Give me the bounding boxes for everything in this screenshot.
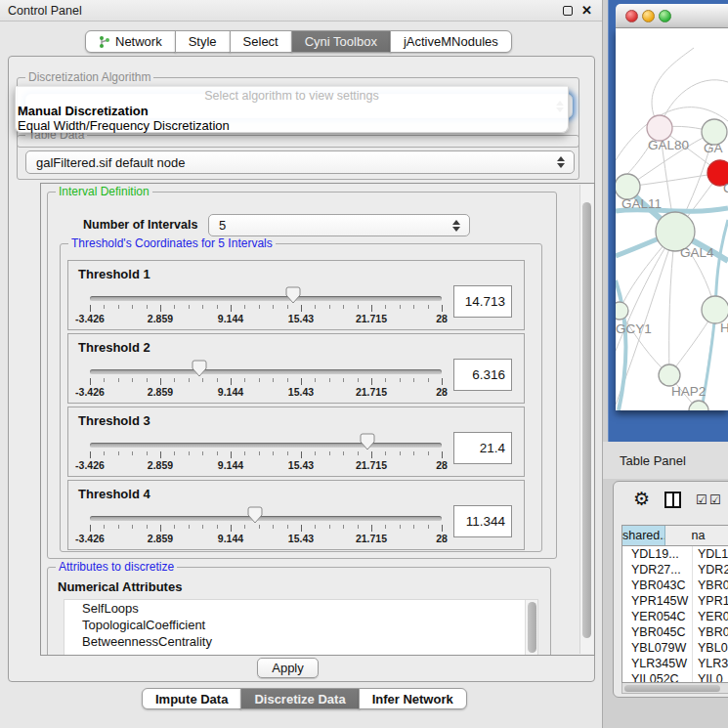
tab-cyni-toolbox[interactable]: Cyni Toolbox [291, 30, 391, 53]
cell-name[interactable]: YER0 [693, 609, 728, 624]
cell-shared-name[interactable]: YBL079W [622, 640, 693, 656]
slider-scale-labels: -3.4262.8599.14415.4321.71528 [90, 459, 442, 473]
tab-impute-data[interactable]: Impute Data [142, 688, 241, 709]
cell-name[interactable]: YBL0 [693, 640, 728, 656]
list-scrollbar-thumb[interactable] [528, 602, 536, 653]
attribute-item[interactable]: TopologicalCoefficient [64, 617, 537, 633]
thresholds-coordinates-title: Threshold's Coordinates for 5 Intervals [68, 236, 276, 250]
slider-track[interactable] [90, 443, 442, 448]
network-node[interactable] [616, 302, 628, 320]
cell-name[interactable]: YPR1 [693, 593, 728, 609]
network-window-titlebar[interactable] [616, 4, 728, 28]
threshold-slider[interactable]: -3.4262.8599.14415.4321.71528 [90, 261, 442, 331]
table-panel-header: Table Panel [603, 442, 728, 479]
slider-thumb[interactable] [192, 360, 207, 377]
threshold-value-input[interactable]: 14.713 [453, 285, 512, 318]
slider-track[interactable] [90, 516, 442, 521]
cell-name[interactable]: YIL0 [693, 671, 728, 683]
close-traffic-light[interactable] [625, 10, 638, 22]
panel-scrollbar[interactable] [579, 185, 593, 654]
tab-infer-network-label: Infer Network [372, 692, 453, 707]
cell-name[interactable]: YBR0 [693, 578, 728, 593]
threshold-panel: Threshold 3 -3.4262.8599.14415.4321.7152… [67, 407, 525, 477]
table-row[interactable]: YDR27...YDR2 [622, 562, 728, 578]
cell-name[interactable]: YBR0 [693, 624, 728, 640]
zoom-traffic-light[interactable] [659, 10, 671, 22]
threshold-value-input[interactable]: 21.4 [453, 432, 512, 464]
threshold-panel: Threshold 4 -3.4262.8599.14415.4321.7152… [67, 480, 525, 550]
slider-thumb[interactable] [247, 506, 263, 524]
table-data-combobox[interactable]: galFiltered.sif default node [25, 150, 575, 174]
cell-shared-name[interactable]: YDL19... [622, 546, 693, 562]
cell-shared-name[interactable]: YPR145W [622, 593, 693, 609]
tick-label: 15.43 [288, 459, 314, 471]
table-row[interactable]: YBL079WYBL0 [622, 640, 728, 656]
network-node-label: GAL4 [680, 245, 714, 260]
table-row[interactable]: YDL19...YDL1 [622, 546, 728, 562]
slider-thumb[interactable] [285, 286, 301, 304]
network-node[interactable] [702, 296, 728, 323]
tab-select[interactable]: Select [230, 30, 292, 53]
number-of-intervals-combobox[interactable]: 5 [208, 214, 470, 236]
slider-major-ticks [90, 525, 443, 532]
tab-cyni-toolbox-label: Cyni Toolbox [305, 34, 377, 49]
network-canvas[interactable]: GAL80GACGAL11GAL4GCY1HHAP2 [616, 28, 728, 410]
tick-label: 2.859 [148, 313, 173, 324]
dropdown-option-manual[interactable]: Manual Discretization [18, 104, 149, 118]
threshold-slider[interactable]: -3.4262.8599.14415.4321.71528 [90, 407, 442, 478]
tab-infer-network[interactable]: Infer Network [359, 688, 467, 709]
tab-network[interactable]: Network [85, 30, 176, 53]
dropdown-option-equal-width[interactable]: Equal Width/Frequency Discretization [18, 118, 230, 133]
cell-shared-name[interactable]: YBR045C [622, 624, 693, 640]
network-node[interactable] [659, 364, 680, 386]
table-row[interactable]: YIL052CYIL0 [622, 671, 728, 683]
table-row[interactable]: YPR145WYPR1 [622, 593, 728, 609]
apply-button[interactable]: Apply [257, 658, 319, 678]
gear-icon[interactable]: ⚙ [633, 488, 650, 510]
table-panel: ⚙ ☑ ☑ shared... na YDL19...YDL1YDR27...Y… [613, 481, 728, 698]
attribute-item[interactable]: BetweennessCentrality [64, 633, 537, 650]
table-horizontal-scrollbar-thumb[interactable] [624, 685, 720, 692]
threshold-value-input[interactable]: 6.316 [453, 359, 512, 391]
table-horizontal-scrollbar[interactable] [621, 683, 728, 694]
tab-style[interactable]: Style [175, 30, 231, 53]
numerical-attributes-list[interactable]: SelfLoopsTopologicalCoefficientBetweenne… [64, 599, 538, 656]
checkbox-icon[interactable]: ☑ [709, 492, 721, 507]
tab-discretize-data[interactable]: Discretize Data [240, 688, 359, 709]
table-body: YDL19...YDL1YDR27...YDR2YBR043CYBR0YPR14… [622, 546, 728, 683]
float-window-icon[interactable] [563, 6, 573, 16]
tab-jactivemnodules[interactable]: jActiveMNodules [390, 30, 512, 53]
threshold-slider[interactable]: -3.4262.8599.14415.4321.71528 [90, 481, 442, 551]
cell-name[interactable]: YDL1 [693, 546, 728, 562]
table-row[interactable]: YER054CYER0 [622, 609, 728, 624]
cell-name[interactable]: YLR3 [693, 656, 728, 671]
minimize-traffic-light[interactable] [642, 10, 655, 22]
number-of-intervals-label: Number of Intervals [83, 218, 197, 232]
attributes-to-discretize-title: Attributes to discretize [56, 560, 177, 574]
slider-track[interactable] [90, 369, 442, 374]
attribute-item[interactable]: SelfLoops [64, 600, 537, 617]
cell-shared-name[interactable]: YBR043C [622, 578, 693, 593]
close-icon[interactable]: ✕ [581, 0, 592, 21]
table-row[interactable]: YBR045CYBR0 [622, 624, 728, 640]
discretization-algorithm-title: Discretization Algorithm [25, 70, 153, 84]
list-scrollbar[interactable] [525, 600, 537, 656]
slider-thumb[interactable] [360, 433, 375, 450]
panel-scrollbar-thumb[interactable] [582, 202, 591, 638]
cell-shared-name[interactable]: YLR345W [622, 656, 693, 671]
cell-shared-name[interactable]: YDR27... [622, 562, 693, 578]
tab-jactivemnodules-label: jActiveMNodules [404, 34, 498, 49]
checkbox-icon[interactable]: ☑ [696, 492, 707, 507]
cell-shared-name[interactable]: YIL052C [622, 671, 693, 683]
table-row[interactable]: YBR043CYBR0 [622, 578, 728, 593]
column-header-shared-name[interactable]: shared... [622, 526, 665, 545]
threshold-slider[interactable]: -3.4262.8599.14415.4321.71528 [90, 334, 442, 405]
column-header-name[interactable]: na [665, 526, 728, 545]
cell-shared-name[interactable]: YER054C [622, 609, 693, 624]
slider-track[interactable] [90, 296, 442, 301]
split-columns-icon[interactable] [664, 492, 681, 508]
cyni-toolbox-content: Discretization Algorithm Select algorith… [8, 56, 595, 682]
threshold-value-input[interactable]: 11.344 [453, 505, 512, 537]
table-row[interactable]: YLR345WYLR3 [622, 656, 728, 671]
cell-name[interactable]: YDR2 [693, 562, 728, 578]
